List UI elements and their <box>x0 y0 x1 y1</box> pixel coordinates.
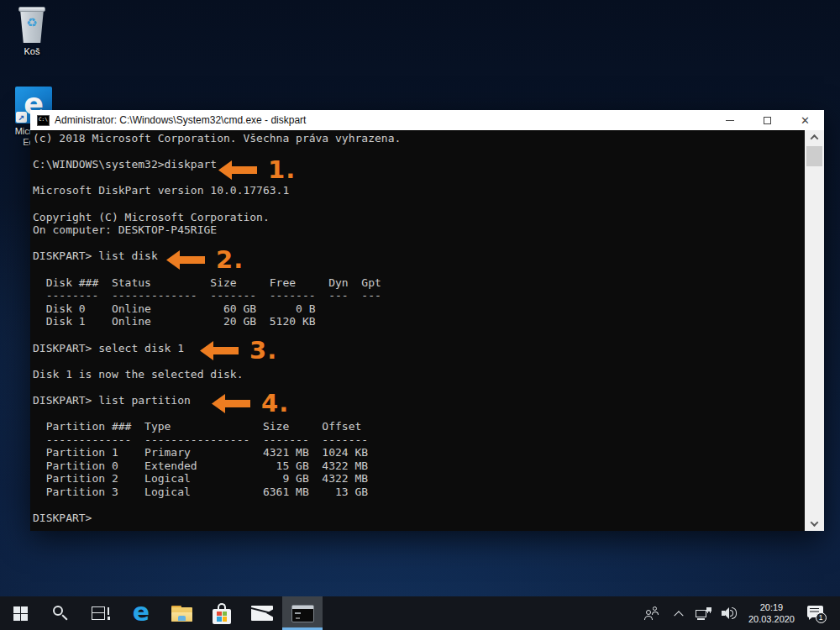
people-button[interactable] <box>638 596 666 630</box>
window-title: Administrator: C:\Windows\System32\cmd.e… <box>55 114 711 126</box>
arrow-left-icon <box>218 160 257 181</box>
annotation-step-3: 3. <box>200 337 277 364</box>
taskbar: e <box>0 596 840 630</box>
cmd-window: C:\ Administrator: C:\Windows\System32\c… <box>30 110 824 531</box>
taskbar-mail-button[interactable] <box>242 596 282 630</box>
scrollbar-thumb[interactable] <box>806 146 822 166</box>
maximize-button[interactable] <box>748 110 786 130</box>
chevron-up-icon <box>811 134 819 143</box>
network-icon <box>696 607 711 620</box>
scroll-up-button[interactable] <box>805 130 824 144</box>
edge-icon: e <box>133 600 150 625</box>
mail-icon <box>251 606 273 621</box>
arrow-left-icon <box>200 340 239 361</box>
taskbar-file-explorer-button[interactable] <box>161 596 202 630</box>
arrow-left-icon <box>212 393 250 414</box>
action-center-button[interactable]: 1 <box>800 596 832 630</box>
annotation-number: 4. <box>261 389 289 417</box>
network-status-button[interactable] <box>691 596 717 630</box>
annotation-number: 2. <box>216 245 244 274</box>
clock-time: 20:19 <box>748 601 795 613</box>
task-view-button[interactable] <box>81 596 121 630</box>
search-icon <box>53 606 68 621</box>
volume-button[interactable] <box>717 596 743 630</box>
window-titlebar[interactable]: C:\ Administrator: C:\Windows\System32\c… <box>30 110 824 130</box>
vertical-scrollbar[interactable] <box>805 130 824 531</box>
screen: { "desktop": { "recycle_label": "Koš", "… <box>0 0 840 630</box>
annotation-step-1: 1. <box>218 156 296 183</box>
speaker-icon <box>722 606 738 620</box>
taskbar-clock[interactable]: 20:19 20.03.2020 <box>743 601 800 625</box>
maximize-icon <box>764 117 771 124</box>
file-explorer-icon <box>171 606 192 622</box>
terminal-output-area[interactable]: (c) 2018 Microsoft Corporation. Všechna … <box>30 130 824 531</box>
annotation-number: 3. <box>249 336 277 365</box>
minimize-icon <box>726 120 734 121</box>
annotation-step-4: 4. <box>212 390 289 417</box>
taskbar-search-button[interactable] <box>40 596 81 630</box>
command-prompt-icon <box>291 605 314 622</box>
taskbar-edge-button[interactable]: e <box>121 596 161 630</box>
chevron-up-icon <box>674 611 683 620</box>
notification-badge: 1 <box>816 612 827 623</box>
minimize-button[interactable] <box>711 110 748 130</box>
close-icon: ✕ <box>801 115 810 126</box>
annotation-number: 1. <box>268 155 296 184</box>
notification-icon: 1 <box>807 606 825 622</box>
windows-logo-icon <box>13 606 28 621</box>
chevron-down-icon <box>811 518 819 527</box>
clock-date: 20.03.2020 <box>748 613 795 625</box>
recycle-symbol-icon: ♻ <box>17 15 47 30</box>
desktop-icon-recycle-bin[interactable]: ♻ Koš <box>8 7 56 57</box>
tray-overflow-button[interactable] <box>666 596 691 630</box>
shortcut-arrow-icon: ↗ <box>16 112 27 123</box>
people-icon <box>644 606 659 620</box>
terminal-text: (c) 2018 Microsoft Corporation. Všechna … <box>30 130 824 525</box>
cmd-window-icon: C:\ <box>37 115 50 126</box>
recycle-bin-label: Koš <box>8 46 56 57</box>
start-button[interactable] <box>0 596 40 630</box>
task-view-icon <box>92 606 110 621</box>
taskbar-store-button[interactable] <box>202 596 242 630</box>
microsoft-store-icon <box>213 603 231 624</box>
scroll-down-button[interactable] <box>805 517 824 531</box>
taskbar-cmd-button[interactable] <box>282 596 323 630</box>
annotation-step-2: 2. <box>166 246 244 273</box>
close-button[interactable]: ✕ <box>786 110 824 130</box>
arrow-left-icon <box>166 249 205 270</box>
recycle-bin-icon: ♻ <box>17 7 47 44</box>
